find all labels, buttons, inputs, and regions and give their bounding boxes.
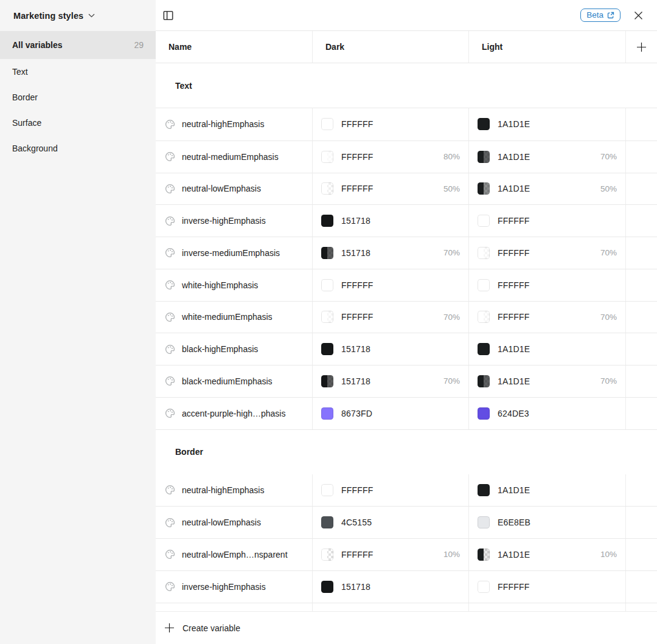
sidebar-item-border[interactable]: Border xyxy=(0,85,156,110)
light-value-cell[interactable]: 1A1D1E 70% xyxy=(469,365,626,397)
table-row[interactable]: inverse-highEmphasis 151718 FFFFFF xyxy=(156,204,657,237)
light-value-cell[interactable]: FFFFFF 70% xyxy=(469,302,626,333)
light-value-cell[interactable]: FFFFFF xyxy=(469,205,626,237)
color-swatch[interactable] xyxy=(321,182,333,195)
color-swatch[interactable] xyxy=(321,343,333,355)
variable-name-cell[interactable]: neutral-highEmphasis xyxy=(156,108,313,140)
dark-value-cell[interactable]: FFFFFF 70% xyxy=(313,302,469,333)
dark-value-cell[interactable]: FFFFFF xyxy=(313,108,469,140)
close-icon[interactable] xyxy=(630,7,646,23)
table-row[interactable]: inverse-mediumEmphasis 151718 70% FFFFFF… xyxy=(156,237,657,269)
dark-value-cell[interactable]: 8673FD xyxy=(313,398,469,429)
variable-name-cell[interactable]: white-mediumEmphasis xyxy=(156,302,313,333)
light-value-cell[interactable]: 1A1D1E 10% xyxy=(469,539,626,570)
table-row[interactable]: accent-purple-high…phasis 8673FD 624DE3 xyxy=(156,397,657,429)
table-row[interactable]: neutral-highEmphasis FFFFFF 1A1D1E xyxy=(156,474,657,507)
color-swatch[interactable] xyxy=(321,375,333,387)
color-swatch[interactable] xyxy=(321,484,333,496)
color-swatch[interactable] xyxy=(478,247,490,259)
color-swatch[interactable] xyxy=(321,279,333,291)
dark-value-cell[interactable]: FFFFFF xyxy=(313,269,469,301)
color-swatch[interactable] xyxy=(321,215,333,227)
dark-value-cell[interactable]: 151718 70% xyxy=(313,365,469,397)
color-swatch[interactable] xyxy=(321,311,333,323)
color-swatch[interactable] xyxy=(321,581,333,593)
table-row[interactable]: neutral-highEmphasis FFFFFF 1A1D1E xyxy=(156,108,657,140)
color-swatch[interactable] xyxy=(321,516,333,528)
color-swatch[interactable] xyxy=(478,279,490,291)
color-swatch[interactable] xyxy=(321,118,333,130)
color-swatch[interactable] xyxy=(321,549,333,561)
light-value-cell[interactable]: 1A1D1E xyxy=(469,333,626,365)
color-swatch[interactable] xyxy=(321,407,333,420)
dark-value-cell[interactable]: FFFFFF xyxy=(313,474,469,507)
sidebar-item-surface[interactable]: Surface xyxy=(0,110,156,136)
table-row[interactable]: neutral-lowEmphasis FFFFFF 50% 1A1D1E 50… xyxy=(156,173,657,205)
light-value-cell[interactable]: 1A1D1E 70% xyxy=(469,141,626,173)
table-row[interactable]: black-highEmphasis 151718 1A1D1E xyxy=(156,333,657,365)
variable-name-cell[interactable]: neutral-lowEmphasis xyxy=(156,507,313,538)
color-swatch[interactable] xyxy=(478,182,490,195)
table-row[interactable]: black-mediumEmphasis 151718 70% 1A1D1E 7… xyxy=(156,365,657,397)
color-swatch[interactable] xyxy=(478,581,490,593)
sidebar-item-text[interactable]: Text xyxy=(0,59,156,85)
light-value-cell[interactable]: 1A1D1E xyxy=(469,108,626,140)
color-swatch[interactable] xyxy=(478,118,490,130)
dark-value-cell[interactable]: 4C5155 xyxy=(313,507,469,538)
light-value-cell[interactable]: FFFFFF xyxy=(469,571,626,603)
variable-name-cell[interactable]: inverse-mediumEmphasis xyxy=(156,237,313,269)
color-swatch[interactable] xyxy=(478,375,490,387)
table-row[interactable]: neutral-lowEmphasis 4C5155 E6E8EB xyxy=(156,506,657,538)
color-swatch[interactable] xyxy=(321,247,333,259)
variable-name-cell[interactable]: neutral-mediumEmphasis xyxy=(156,141,313,173)
dark-value-cell[interactable]: FFFFFF 80% xyxy=(313,141,469,173)
variable-name-cell[interactable]: black-mediumEmphasis xyxy=(156,365,313,397)
extra-cell xyxy=(626,269,657,301)
table-row[interactable]: neutral-mediumEmphasis FFFFFF 80% 1A1D1E… xyxy=(156,140,657,173)
collection-selector[interactable]: Marketing styles xyxy=(0,0,156,31)
palette-icon xyxy=(165,518,175,528)
variable-name: black-highEmphasis xyxy=(182,344,258,354)
variable-name-cell[interactable]: accent-purple-high…phasis xyxy=(156,398,313,429)
color-swatch[interactable] xyxy=(478,215,490,227)
create-variable-bar[interactable]: Create variable xyxy=(156,611,657,644)
light-value-cell[interactable]: 1A1D1E xyxy=(469,474,626,507)
color-swatch[interactable] xyxy=(478,343,490,355)
table-row[interactable]: neutral-lowEmph…nsparent FFFFFF 10% 1A1D… xyxy=(156,538,657,570)
light-value-cell[interactable]: FFFFFF xyxy=(469,269,626,301)
hex-value: 1A1D1E xyxy=(498,485,530,495)
add-mode-button[interactable] xyxy=(626,31,657,63)
variable-name-cell[interactable]: neutral-lowEmphasis xyxy=(156,173,313,205)
light-value-cell[interactable]: 1A1D1E 50% xyxy=(469,173,626,205)
color-swatch[interactable] xyxy=(478,516,490,528)
color-swatch[interactable] xyxy=(321,151,333,163)
dark-value-cell[interactable]: FFFFFF 50% xyxy=(313,173,469,205)
sidebar-item-all-variables[interactable]: All variables 29 xyxy=(0,31,156,59)
color-swatch[interactable] xyxy=(478,549,490,561)
color-swatch[interactable] xyxy=(478,151,490,163)
dark-value-cell[interactable]: 151718 xyxy=(313,333,469,365)
sidebar-item-background[interactable]: Background xyxy=(0,136,156,161)
light-value-cell[interactable]: FFFFFF 70% xyxy=(469,237,626,269)
variable-name-cell[interactable]: neutral-highEmphasis xyxy=(156,474,313,507)
toggle-sidebar-button[interactable] xyxy=(160,7,176,23)
variable-name-cell[interactable]: inverse-highEmphasis xyxy=(156,571,313,603)
color-swatch[interactable] xyxy=(478,311,490,323)
dark-value-cell[interactable]: 151718 xyxy=(313,571,469,603)
table-row[interactable]: inverse-highEmphasis 151718 FFFFFF xyxy=(156,570,657,603)
color-swatch[interactable] xyxy=(478,484,490,496)
variable-name-cell[interactable]: inverse-highEmphasis xyxy=(156,205,313,237)
table-row[interactable]: white-highEmphasis FFFFFF FFFFFF xyxy=(156,269,657,301)
variable-name-cell[interactable]: neutral-lowEmph…nsparent xyxy=(156,539,313,570)
variable-name-cell[interactable]: black-highEmphasis xyxy=(156,333,313,365)
table-row[interactable]: white-mediumEmphasis FFFFFF 70% FFFFFF 7… xyxy=(156,301,657,333)
beta-badge[interactable]: Beta xyxy=(580,9,620,22)
light-value-cell[interactable]: E6E8EB xyxy=(469,507,626,538)
light-value-cell[interactable]: 624DE3 xyxy=(469,398,626,429)
plus-icon xyxy=(164,623,175,633)
dark-value-cell[interactable]: 151718 xyxy=(313,205,469,237)
color-swatch[interactable] xyxy=(478,407,490,420)
dark-value-cell[interactable]: 151718 70% xyxy=(313,237,469,269)
variable-name-cell[interactable]: white-highEmphasis xyxy=(156,269,313,301)
dark-value-cell[interactable]: FFFFFF 10% xyxy=(313,539,469,570)
